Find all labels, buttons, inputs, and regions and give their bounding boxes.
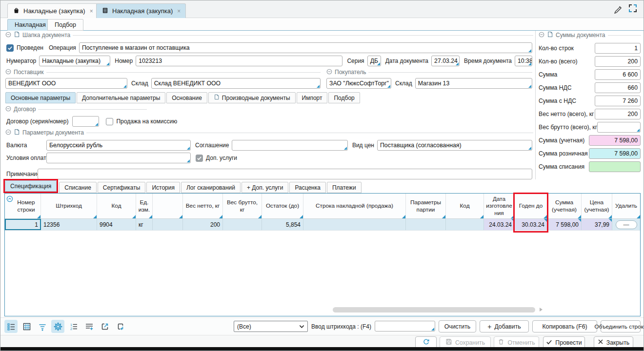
cell-accounting-sum[interactable]: 7 598,00 [547, 219, 582, 230]
column-header-accounting-price[interactable]: Цена (учетная) [582, 194, 612, 218]
column-header-expiry-date[interactable]: Годен до [515, 194, 547, 218]
sum-amount-vat-field[interactable]: 7 260 [595, 96, 641, 106]
tab-import[interactable]: Импорт [297, 92, 328, 103]
posted-checkbox[interactable] [6, 44, 14, 52]
cell-code[interactable]: 9904 [97, 219, 136, 230]
cell-code2[interactable] [446, 219, 484, 230]
grid-view-icon[interactable] [20, 320, 33, 333]
tab-additional-params[interactable]: Дополнительные параметры [77, 92, 165, 103]
collapse-icon[interactable] [5, 32, 11, 39]
cell-accounting-price[interactable]: 37,99 [582, 219, 612, 230]
sum-retail-field[interactable]: 7 598,00 [589, 148, 641, 159]
collapse-icon[interactable] [5, 69, 11, 76]
tab-invoices-list[interactable]: Накладные (закупка) × [7, 3, 99, 18]
refresh-loop-icon[interactable] [114, 320, 127, 333]
sum-net-weight-field[interactable]: 200 [595, 109, 641, 119]
cell-net-weight[interactable]: 200 [183, 219, 223, 230]
subtab-invoice[interactable]: Накладная [7, 19, 53, 31]
column-header-delete[interactable]: Удалить [612, 194, 640, 218]
add-row-button[interactable]: + Добавить [480, 320, 529, 332]
column-header-blank[interactable] [153, 194, 183, 218]
cell-batch-params[interactable] [406, 219, 446, 230]
edit-pencil-icon[interactable] [613, 4, 623, 15]
column-header-code[interactable]: Код [97, 194, 136, 218]
supplier-name-field[interactable]: ВЕНЕДИКТ ООО [5, 78, 127, 89]
sum-gross-weight-field[interactable] [597, 122, 641, 133]
tab-history[interactable]: История [146, 182, 180, 193]
column-header-balance[interactable]: Остаток (до) [262, 194, 303, 218]
column-header-code2[interactable]: Код [446, 194, 484, 218]
series-field[interactable]: ДБ [367, 56, 381, 66]
column-header-barcode[interactable]: Штрихкод [41, 194, 97, 218]
agreement-field[interactable] [232, 140, 347, 151]
sort-indicator-icon[interactable] [6, 195, 13, 204]
barcode-entry-field[interactable] [375, 321, 435, 332]
sum-accounting-field[interactable]: 7 598,00 [589, 135, 641, 146]
tab-payments[interactable]: Платежи [327, 182, 362, 193]
column-header-production-date[interactable]: Дата изготовления [484, 194, 515, 218]
subtab-selection[interactable]: Подбор [47, 19, 83, 31]
scroll-right-arrow-icon[interactable] [540, 308, 543, 312]
collapse-icon[interactable] [5, 106, 11, 113]
list-view-icon[interactable] [4, 320, 18, 333]
buyer-name-field[interactable]: ЗАО "ЛюксСофтТорг" [326, 78, 391, 89]
collapse-icon[interactable] [326, 69, 332, 76]
column-header-line-number[interactable]: Номер строки [5, 194, 41, 218]
operation-field[interactable]: Поступление в магазин от поставщика [79, 42, 532, 53]
horizontal-scrollbar[interactable] [333, 307, 535, 312]
column-header-accounting-sum[interactable]: Сумма (учетная) [547, 194, 582, 218]
column-header-sale-line[interactable]: Строка накладной (продажа) [303, 194, 406, 218]
commission-checkbox[interactable] [106, 118, 113, 125]
cell-blank[interactable] [153, 219, 183, 230]
currency-field[interactable]: Белорусский рубль [46, 140, 191, 151]
filter-icon[interactable] [36, 320, 49, 333]
export-icon[interactable] [98, 320, 111, 333]
column-header-batch-params[interactable]: Параметры партии [406, 194, 446, 218]
number-field[interactable]: 1023213 [136, 56, 342, 66]
row-filter-select[interactable]: (Все) [234, 321, 308, 332]
numbered-list-icon[interactable]: 12 [67, 320, 80, 333]
payment-terms-field[interactable] [46, 153, 191, 163]
tab-main-params[interactable]: Основные параметры [5, 92, 76, 103]
note-field[interactable] [38, 169, 532, 179]
tab-specification[interactable]: Спецификация [5, 180, 57, 192]
cell-unit[interactable]: кг [136, 219, 153, 230]
cell-gross-weight[interactable] [223, 219, 262, 230]
tab-extra-services[interactable]: + Доп. услуги [242, 182, 288, 193]
tab-pricing[interactable]: Расценка [289, 182, 326, 193]
cell-expiry-date[interactable]: 30.03.24 [515, 219, 547, 230]
close-tab-icon[interactable]: × [177, 8, 181, 15]
buyer-warehouse-field[interactable]: Магазин 13 [415, 78, 532, 89]
tab-derived-documents[interactable]: Производные документы [208, 92, 296, 103]
tab-writeoff[interactable]: Списание [59, 182, 97, 193]
merge-rows-button[interactable]: Объединить строки [601, 320, 641, 332]
add-list-row-icon[interactable] [82, 320, 96, 333]
numerator-field[interactable]: Накладные (закупка) [39, 56, 110, 66]
contract-number-field[interactable] [72, 116, 99, 127]
expand-icon[interactable] [629, 4, 637, 12]
tab-selection[interactable]: Подбор [328, 92, 360, 103]
sum-qty-field[interactable]: 200 [595, 56, 641, 67]
sum-vat-field[interactable]: 660 [595, 82, 641, 93]
column-header-net-weight[interactable]: Вес нетто, кг [183, 194, 223, 218]
tab-scan-log[interactable]: Лог сканирований [181, 182, 241, 193]
cell-sale-line[interactable] [303, 219, 406, 230]
sum-writeoff-field[interactable] [589, 161, 641, 172]
copy-row-button[interactable]: Копировать (F6) [532, 320, 597, 332]
close-tab-icon[interactable]: × [90, 8, 93, 15]
tab-certificates[interactable]: Сертификаты [98, 182, 146, 193]
price-type-field[interactable]: Поставщика (согласованная) [377, 140, 532, 151]
tab-invoice-document[interactable]: Накладная (закупка) × [96, 3, 186, 18]
delete-row-button[interactable]: — [616, 220, 637, 229]
doc-date-field[interactable]: 27.03.24 [431, 56, 460, 66]
clear-button[interactable]: Очистить [439, 320, 476, 332]
tab-basis[interactable]: Основание [166, 92, 207, 103]
cell-balance[interactable]: 5,854 [262, 219, 303, 230]
cell-production-date[interactable]: 24.03.24 [484, 219, 515, 230]
extra-services-checkbox[interactable] [196, 155, 203, 162]
supplier-warehouse-field[interactable]: Склад ВЕНЕДИКТ ООО [151, 78, 321, 89]
sum-lines-field[interactable]: 1 [595, 43, 641, 54]
column-header-gross-weight[interactable]: Вес брутто, кг [223, 194, 262, 218]
collapse-icon[interactable] [5, 129, 11, 136]
cell-line-number[interactable]: 1 [5, 219, 41, 230]
